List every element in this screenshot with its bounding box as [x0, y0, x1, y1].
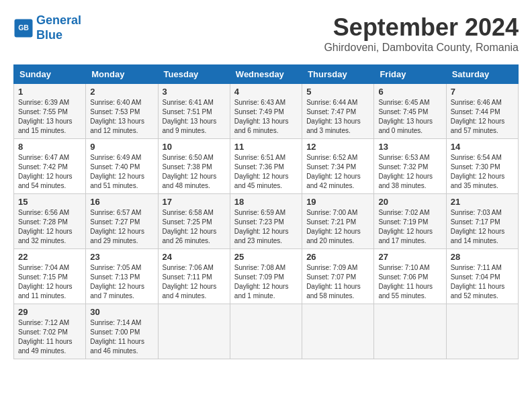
calendar-cell: 30Sunrise: 7:14 AMSunset: 7:00 PMDayligh… — [86, 304, 158, 359]
col-sunday: Sunday — [14, 65, 86, 84]
day-number: 10 — [163, 142, 226, 152]
day-number: 14 — [451, 142, 514, 152]
col-thursday: Thursday — [302, 65, 374, 84]
calendar-cell: 24Sunrise: 7:06 AMSunset: 7:11 PMDayligh… — [158, 249, 230, 304]
col-wednesday: Wednesday — [230, 65, 302, 84]
calendar-cell — [446, 304, 518, 359]
day-info: Sunrise: 7:06 AMSunset: 7:11 PMDaylight:… — [163, 263, 226, 301]
day-info: Sunrise: 7:10 AMSunset: 7:06 PMDaylight:… — [378, 263, 441, 301]
calendar-cell: 21Sunrise: 7:03 AMSunset: 7:17 PMDayligh… — [446, 194, 518, 249]
calendar-cell: 18Sunrise: 6:59 AMSunset: 7:23 PMDayligh… — [230, 194, 302, 249]
calendar-cell: 17Sunrise: 6:58 AMSunset: 7:25 PMDayligh… — [158, 194, 230, 249]
day-number: 28 — [451, 252, 514, 262]
day-number: 26 — [306, 252, 369, 262]
day-number: 19 — [306, 197, 369, 207]
day-number: 22 — [18, 252, 81, 262]
calendar-cell: 7Sunrise: 6:46 AMSunset: 7:44 PMDaylight… — [446, 84, 518, 139]
day-number: 29 — [18, 307, 81, 317]
calendar-cell: 11Sunrise: 6:51 AMSunset: 7:36 PMDayligh… — [230, 139, 302, 194]
calendar-cell: 25Sunrise: 7:08 AMSunset: 7:09 PMDayligh… — [230, 249, 302, 304]
day-number: 21 — [451, 197, 514, 207]
day-info: Sunrise: 6:52 AMSunset: 7:34 PMDaylight:… — [306, 153, 369, 191]
calendar-cell — [302, 304, 374, 359]
day-number: 13 — [378, 142, 441, 152]
calendar-cell: 20Sunrise: 7:02 AMSunset: 7:19 PMDayligh… — [374, 194, 446, 249]
day-info: Sunrise: 7:05 AMSunset: 7:13 PMDaylight:… — [90, 263, 153, 301]
day-info: Sunrise: 6:47 AMSunset: 7:42 PMDaylight:… — [18, 153, 81, 191]
day-number: 8 — [18, 142, 81, 152]
day-number: 9 — [90, 142, 153, 152]
day-info: Sunrise: 6:54 AMSunset: 7:30 PMDaylight:… — [451, 153, 514, 191]
day-number: 27 — [378, 252, 441, 262]
header-row: Sunday Monday Tuesday Wednesday Thursday… — [14, 65, 519, 84]
calendar-cell: 19Sunrise: 7:00 AMSunset: 7:21 PMDayligh… — [302, 194, 374, 249]
calendar-cell: 15Sunrise: 6:56 AMSunset: 7:28 PMDayligh… — [14, 194, 86, 249]
logo: GB General Blue — [13, 13, 81, 42]
calendar-cell: 29Sunrise: 7:12 AMSunset: 7:02 PMDayligh… — [14, 304, 86, 359]
day-number: 3 — [163, 87, 226, 97]
day-info: Sunrise: 6:40 AMSunset: 7:53 PMDaylight:… — [90, 98, 153, 136]
day-info: Sunrise: 6:59 AMSunset: 7:23 PMDaylight:… — [234, 208, 298, 246]
day-number: 11 — [234, 142, 298, 152]
day-number: 4 — [234, 87, 298, 97]
col-monday: Monday — [86, 65, 158, 84]
calendar-body: 1Sunrise: 6:39 AMSunset: 7:55 PMDaylight… — [14, 84, 519, 359]
day-number: 2 — [90, 87, 153, 97]
day-info: Sunrise: 7:04 AMSunset: 7:15 PMDaylight:… — [18, 263, 81, 301]
calendar-cell: 22Sunrise: 7:04 AMSunset: 7:15 PMDayligh… — [14, 249, 86, 304]
day-number: 12 — [306, 142, 369, 152]
calendar-cell: 16Sunrise: 6:57 AMSunset: 7:27 PMDayligh… — [86, 194, 158, 249]
day-number: 23 — [90, 252, 153, 262]
day-info: Sunrise: 6:56 AMSunset: 7:28 PMDaylight:… — [18, 208, 81, 246]
calendar-cell: 4Sunrise: 6:43 AMSunset: 7:49 PMDaylight… — [230, 84, 302, 139]
calendar-cell: 8Sunrise: 6:47 AMSunset: 7:42 PMDaylight… — [14, 139, 86, 194]
day-info: Sunrise: 6:41 AMSunset: 7:51 PMDaylight:… — [163, 98, 226, 136]
calendar-cell: 5Sunrise: 6:44 AMSunset: 7:47 PMDaylight… — [302, 84, 374, 139]
col-tuesday: Tuesday — [158, 65, 230, 84]
logo-line2: Blue — [36, 28, 62, 42]
calendar-cell — [230, 304, 302, 359]
day-info: Sunrise: 7:11 AMSunset: 7:04 PMDaylight:… — [451, 263, 514, 301]
calendar-cell: 3Sunrise: 6:41 AMSunset: 7:51 PMDaylight… — [158, 84, 230, 139]
day-number: 5 — [306, 87, 369, 97]
logo-line1: General — [36, 13, 81, 27]
day-info: Sunrise: 6:53 AMSunset: 7:32 PMDaylight:… — [378, 153, 441, 191]
calendar-header: Sunday Monday Tuesday Wednesday Thursday… — [14, 65, 519, 84]
logo-icon: GB — [13, 18, 34, 38]
day-number: 15 — [18, 197, 81, 207]
calendar-row: 8Sunrise: 6:47 AMSunset: 7:42 PMDaylight… — [14, 139, 519, 194]
calendar-cell — [158, 304, 230, 359]
day-number: 1 — [18, 87, 81, 97]
day-info: Sunrise: 7:03 AMSunset: 7:17 PMDaylight:… — [451, 208, 514, 246]
calendar-cell — [374, 304, 446, 359]
day-number: 17 — [163, 197, 226, 207]
day-number: 18 — [234, 197, 298, 207]
calendar-cell: 26Sunrise: 7:09 AMSunset: 7:07 PMDayligh… — [302, 249, 374, 304]
col-saturday: Saturday — [446, 65, 518, 84]
day-info: Sunrise: 6:39 AMSunset: 7:55 PMDaylight:… — [18, 98, 81, 136]
calendar-cell: 28Sunrise: 7:11 AMSunset: 7:04 PMDayligh… — [446, 249, 518, 304]
day-info: Sunrise: 7:08 AMSunset: 7:09 PMDaylight:… — [234, 263, 298, 301]
day-number: 20 — [378, 197, 441, 207]
calendar-row: 22Sunrise: 7:04 AMSunset: 7:15 PMDayligh… — [14, 249, 519, 304]
location-subtitle: Ghirdoveni, Dambovita County, Romania — [324, 42, 519, 54]
calendar-row: 29Sunrise: 7:12 AMSunset: 7:02 PMDayligh… — [14, 304, 519, 359]
day-info: Sunrise: 7:00 AMSunset: 7:21 PMDaylight:… — [306, 208, 369, 246]
day-info: Sunrise: 6:44 AMSunset: 7:47 PMDaylight:… — [306, 98, 369, 136]
page-header: GB General Blue September 2024 Ghirdoven… — [13, 13, 519, 54]
day-info: Sunrise: 6:57 AMSunset: 7:27 PMDaylight:… — [90, 208, 153, 246]
day-info: Sunrise: 6:49 AMSunset: 7:40 PMDaylight:… — [90, 153, 153, 191]
calendar-cell: 10Sunrise: 6:50 AMSunset: 7:38 PMDayligh… — [158, 139, 230, 194]
month-title: September 2024 — [324, 13, 519, 42]
day-info: Sunrise: 7:02 AMSunset: 7:19 PMDaylight:… — [378, 208, 441, 246]
calendar-cell: 13Sunrise: 6:53 AMSunset: 7:32 PMDayligh… — [374, 139, 446, 194]
day-info: Sunrise: 6:45 AMSunset: 7:45 PMDaylight:… — [378, 98, 441, 136]
day-info: Sunrise: 6:46 AMSunset: 7:44 PMDaylight:… — [451, 98, 514, 136]
calendar-cell: 14Sunrise: 6:54 AMSunset: 7:30 PMDayligh… — [446, 139, 518, 194]
calendar-cell: 12Sunrise: 6:52 AMSunset: 7:34 PMDayligh… — [302, 139, 374, 194]
day-info: Sunrise: 6:50 AMSunset: 7:38 PMDaylight:… — [163, 153, 226, 191]
day-info: Sunrise: 7:12 AMSunset: 7:02 PMDaylight:… — [18, 318, 81, 356]
calendar-row: 1Sunrise: 6:39 AMSunset: 7:55 PMDaylight… — [14, 84, 519, 139]
day-info: Sunrise: 6:58 AMSunset: 7:25 PMDaylight:… — [163, 208, 226, 246]
calendar-cell: 1Sunrise: 6:39 AMSunset: 7:55 PMDaylight… — [14, 84, 86, 139]
